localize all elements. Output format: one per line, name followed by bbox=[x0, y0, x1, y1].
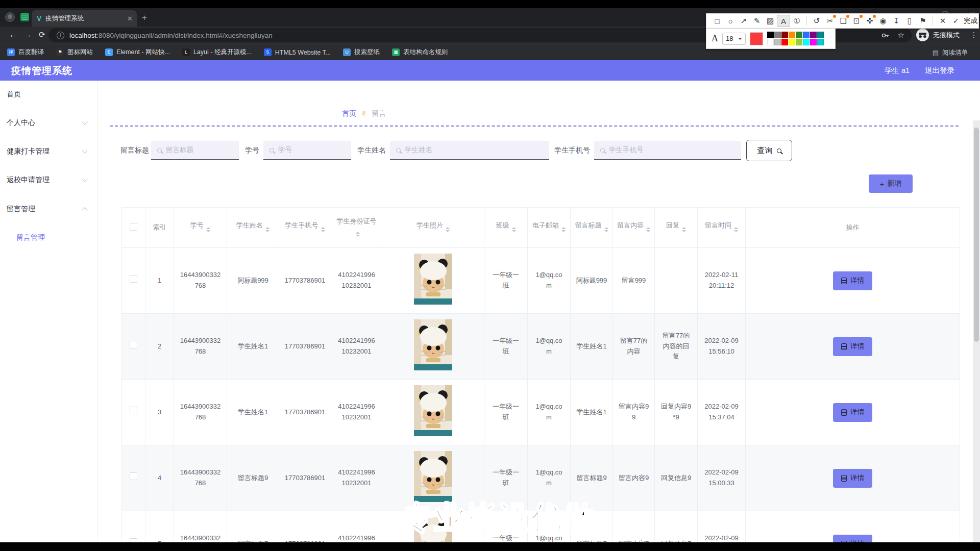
select-window-tool[interactable]: ⊡ bbox=[850, 15, 863, 27]
palette-swatch[interactable] bbox=[796, 32, 802, 38]
palette-swatch[interactable] bbox=[767, 32, 774, 38]
sort-carets-icon[interactable] bbox=[446, 225, 450, 234]
detail-button[interactable]: 详情 bbox=[833, 535, 872, 543]
detail-button[interactable]: 详情 bbox=[833, 337, 872, 356]
row-checkbox[interactable] bbox=[130, 407, 137, 414]
step-number-tool[interactable]: ① bbox=[790, 15, 803, 27]
sort-carets-icon[interactable] bbox=[321, 225, 325, 234]
palette-swatch[interactable] bbox=[796, 39, 802, 45]
search-icon bbox=[777, 148, 781, 153]
palette-swatch[interactable] bbox=[789, 39, 795, 45]
filter-input-4[interactable]: 学生手机号 bbox=[594, 141, 741, 160]
bookmark-item[interactable]: LLayui - 经典开源模... bbox=[182, 48, 252, 57]
palette-swatch[interactable] bbox=[774, 39, 781, 45]
palette-swatch[interactable] bbox=[789, 32, 795, 38]
sort-carets-icon[interactable] bbox=[734, 225, 738, 234]
sidebar-item-sub-6[interactable]: 留言管理 bbox=[0, 230, 98, 245]
sort-carets-icon[interactable] bbox=[265, 225, 270, 234]
palette-swatch[interactable] bbox=[767, 39, 774, 45]
password-key-icon[interactable] bbox=[881, 31, 890, 40]
select-all-checkbox[interactable] bbox=[130, 223, 137, 231]
cancel-capture-button[interactable]: ✕ bbox=[936, 15, 949, 27]
arrow-tool[interactable]: ↗ bbox=[737, 15, 750, 27]
bookmark-tool[interactable]: ⚑ bbox=[916, 15, 929, 27]
bookmark-label: HTML5 Website T... bbox=[275, 49, 331, 56]
pinned-notes-icon[interactable] bbox=[20, 13, 29, 21]
undo-button[interactable]: ↺ bbox=[810, 15, 823, 27]
sidebar-item-5[interactable]: 留言管理 bbox=[0, 202, 98, 217]
logout-link[interactable]: 退出登录 bbox=[925, 66, 954, 76]
sort-carets-icon[interactable] bbox=[206, 225, 210, 234]
rectangle-tool[interactable]: □ bbox=[710, 15, 724, 27]
bookmark-star-icon[interactable]: ☆ bbox=[898, 31, 904, 40]
site-info-icon[interactable]: i bbox=[57, 32, 64, 39]
table-row: 316443900332768学生姓名117703786901410224199… bbox=[122, 380, 960, 445]
sort-carets-icon[interactable] bbox=[682, 225, 686, 234]
send-to-phone-button[interactable]: ▯ bbox=[903, 15, 916, 27]
palette-swatch[interactable] bbox=[817, 39, 824, 45]
palette-swatch[interactable] bbox=[781, 39, 788, 45]
mosaic-tool[interactable]: ▨ bbox=[764, 15, 777, 27]
detail-button[interactable]: 详情 bbox=[833, 403, 872, 422]
browser-tab[interactable]: V 疫情管理系统 ✕ bbox=[32, 10, 137, 27]
row-checkbox[interactable] bbox=[130, 472, 137, 480]
filter-input-1[interactable]: 留言标题 bbox=[151, 141, 239, 160]
search-button[interactable]: 查询 bbox=[746, 140, 792, 161]
cell-学号: 16443900332768 bbox=[174, 445, 227, 511]
sort-carets-icon[interactable] bbox=[561, 225, 566, 234]
row-checkbox[interactable] bbox=[130, 341, 137, 348]
font-size-dropdown[interactable]: 18 bbox=[722, 33, 746, 45]
new-tab-button[interactable]: + bbox=[142, 13, 147, 22]
palette-swatch[interactable] bbox=[810, 39, 817, 45]
sidebar-item-4[interactable]: 返校申请管理 bbox=[0, 172, 98, 188]
forward-button[interactable]: → bbox=[24, 30, 32, 39]
confirm-capture-button[interactable]: ✓ bbox=[949, 15, 963, 27]
page-scrollbar[interactable] bbox=[973, 120, 980, 542]
palette-swatch[interactable] bbox=[803, 32, 810, 38]
sort-carets-icon[interactable] bbox=[604, 225, 608, 234]
sort-carets-icon[interactable] bbox=[512, 225, 516, 234]
header-user[interactable]: 学生 a1 bbox=[885, 66, 910, 76]
detail-button[interactable]: 详情 bbox=[833, 469, 872, 488]
pen-tool[interactable]: ✎ bbox=[750, 15, 764, 27]
pin-tool[interactable]: ✜ bbox=[863, 15, 876, 27]
browser-menu-icon[interactable]: ⋮ bbox=[970, 31, 977, 39]
filter-input-2[interactable]: 学号 bbox=[263, 141, 351, 160]
palette-swatch[interactable] bbox=[781, 32, 788, 38]
bookmark-item[interactable]: ⚑图标网站 bbox=[56, 48, 93, 57]
sort-carets-icon[interactable] bbox=[356, 230, 360, 239]
palette-swatch[interactable] bbox=[817, 32, 824, 38]
tab-close-icon[interactable]: ✕ bbox=[127, 15, 133, 22]
add-button[interactable]: +新增 bbox=[869, 174, 913, 193]
bookmark-item[interactable]: ▦表结构命名规则 bbox=[392, 48, 448, 57]
current-color-swatch[interactable] bbox=[750, 32, 763, 45]
palette-swatch[interactable] bbox=[803, 39, 810, 45]
palette-swatch[interactable] bbox=[774, 32, 781, 38]
row-actions-cell: 详情 bbox=[746, 248, 960, 314]
copy-image-tool[interactable]: ❏ bbox=[837, 15, 850, 27]
scrollbar-thumb[interactable] bbox=[974, 128, 979, 342]
bookmark-item[interactable]: EElement - 网站快... bbox=[105, 48, 170, 57]
ellipse-tool[interactable]: ○ bbox=[724, 15, 737, 27]
reading-list-button[interactable]: ▤ 阅读清单 bbox=[933, 44, 968, 61]
sidebar-item-1[interactable]: 首页 bbox=[0, 87, 98, 102]
bookmark-item[interactable]: 5HTML5 Website T... bbox=[264, 48, 331, 56]
browser-logo-icon[interactable] bbox=[5, 12, 15, 22]
bookmark-item[interactable]: U搜索壁纸 bbox=[343, 48, 380, 57]
palette-swatch[interactable] bbox=[810, 32, 817, 38]
text-tool[interactable]: A bbox=[777, 15, 790, 27]
sidebar-item-2[interactable]: 个人中心 bbox=[0, 115, 98, 131]
save-download-button[interactable]: ↧ bbox=[890, 15, 903, 27]
row-checkbox[interactable] bbox=[130, 538, 137, 542]
row-checkbox[interactable] bbox=[130, 275, 137, 283]
reload-button[interactable]: ⟳ bbox=[39, 30, 45, 39]
record-tool[interactable]: ◉ bbox=[876, 15, 890, 27]
sort-carets-icon[interactable] bbox=[646, 225, 650, 234]
breadcrumb-home-link[interactable]: 首页 bbox=[342, 109, 356, 118]
back-button[interactable]: ← bbox=[9, 30, 17, 39]
filter-input-3[interactable]: 学生姓名 bbox=[390, 141, 549, 160]
bookmark-item[interactable]: 译百度翻译 bbox=[7, 48, 44, 57]
detail-button[interactable]: 详情 bbox=[833, 271, 872, 290]
region-capture-tool[interactable]: ✂ bbox=[823, 15, 837, 27]
sidebar-item-3[interactable]: 健康打卡管理 bbox=[0, 144, 98, 159]
